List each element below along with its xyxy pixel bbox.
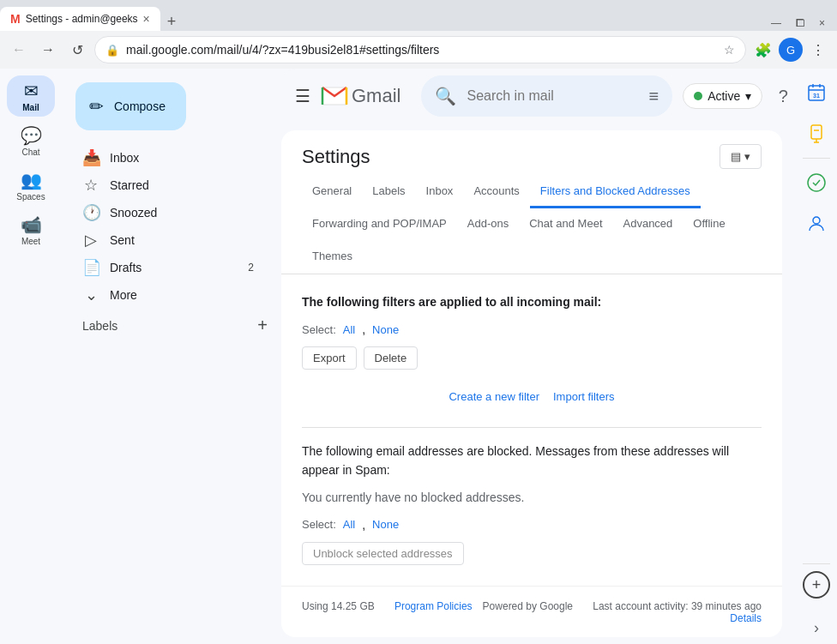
sidebar-item-mail[interactable]: ✉ Mail [7,75,55,117]
address-bar[interactable]: 🔒 mail.google.com/mail/u/4/?zx=419busi2e… [94,36,746,63]
status-chevron-icon: ▾ [745,89,751,103]
keep-icon [806,123,827,144]
refresh-button[interactable]: ↺ [65,38,89,62]
keep-icon-button[interactable] [799,117,834,151]
forward-button[interactable]: → [36,38,60,62]
starred-label: Starred [110,178,254,192]
footer-activity: Last account activity: 39 minutes ago De… [593,600,762,624]
svg-point-10 [813,217,820,224]
settings-tabs: General Labels Inbox Accounts Filters an… [281,176,782,274]
blocked-select-all-link[interactable]: All [343,518,355,531]
select-label: Select: [302,323,336,336]
select-none-link[interactable]: None [372,323,399,336]
spaces-nav-label: Spaces [16,192,45,202]
add-app-button[interactable]: + [803,571,830,599]
right-panel: 31 + [796,69,837,644]
hamburger-menu-button[interactable]: ☰ [295,79,310,113]
tab-accounts[interactable]: Accounts [463,176,529,208]
footer-links: Program Policies Powered by Google [394,600,573,624]
mail-nav-label: Mail [22,103,39,112]
gmail-m-logo [321,82,348,110]
sent-icon: ▷ [82,231,99,250]
tab-themes[interactable]: Themes [302,241,363,274]
new-tab-button[interactable]: + [160,13,184,31]
sidebar-item-more[interactable]: ⌄ More [62,281,268,309]
sidebar-item-snoozed[interactable]: 🕐 Snoozed [62,199,268,226]
chrome-profile-button[interactable]: G [779,38,803,62]
bookmark-icon[interactable]: ☆ [724,43,735,57]
select-all-link[interactable]: All [343,323,355,336]
drafts-count: 2 [248,262,254,274]
back-button[interactable]: ← [7,38,31,62]
sidebar-item-chat[interactable]: 💬 Chat [7,120,55,161]
sidebar-item-sent[interactable]: ▷ Sent [62,226,268,254]
program-policies-link[interactable]: Program Policies [394,600,473,624]
browser-tab-bar: M Settings - admin@geeks × + — ⧠ × [0,0,837,31]
blocked-addresses-section: The following email addresses are blocke… [302,442,762,565]
close-window-button[interactable]: × [814,15,830,31]
tab-addons[interactable]: Add-ons [457,208,519,241]
blocked-select-none-link[interactable]: None [372,518,399,531]
no-blocked-text: You currently have no blocked addresses. [302,491,762,504]
sidebar-item-spaces[interactable]: 👥 Spaces [7,165,55,206]
sidebar-item-meet[interactable]: 📹 Meet [7,209,55,250]
calendar-icon-button[interactable]: 31 [799,75,834,110]
chrome-menu-button[interactable]: ⋮ [806,38,830,62]
tab-forwarding-pop[interactable]: Forwarding and POP/IMAP [302,208,457,241]
browser-tab-active[interactable]: M Settings - admin@geeks × [0,7,160,31]
gmail-text-logo: Gmail [352,85,400,107]
calendar-icon: 31 [806,82,827,103]
blocked-select-separator: , [362,518,365,532]
labels-section-header[interactable]: Labels + [62,309,281,339]
sidebar-item-starred[interactable]: ☆ Starred [62,172,268,199]
unblock-button-container: Unblock selected addresses [302,542,762,565]
tab-filters-blocked[interactable]: Filters and Blocked Addresses [530,176,701,208]
status-pill[interactable]: Active ▾ [683,83,762,109]
gmail-header-right: Active ▾ ? ⚙ ⊞ G [683,79,796,113]
help-button[interactable]: ? [766,79,796,113]
add-label-button[interactable]: + [257,316,268,335]
svg-point-9 [808,174,825,191]
unblock-selected-button[interactable]: Unblock selected addresses [302,542,464,565]
tab-offline[interactable]: Offline [683,208,735,241]
right-panel-bottom-divider [803,563,830,564]
details-link[interactable]: Details [730,612,762,624]
tasks-icon-button[interactable] [799,166,834,200]
mail-icon: ✉ [24,81,39,101]
contacts-icon-button[interactable] [799,207,834,241]
right-panel-expand-icon[interactable]: › [814,619,819,637]
drafts-icon: 📄 [82,258,99,277]
more-chevron-icon: ⌄ [82,286,99,304]
filter-buttons: Export Delete [302,346,762,370]
tab-labels[interactable]: Labels [362,176,415,208]
tab-advanced[interactable]: Advanced [613,208,683,241]
extensions-icon[interactable]: 🧩 [751,38,775,62]
svg-rect-5 [811,125,822,139]
export-button[interactable]: Export [302,346,357,370]
minimize-button[interactable]: — [766,15,786,31]
tab-general[interactable]: General [302,176,362,208]
tab-close-button[interactable]: × [143,12,150,26]
compose-pencil-icon: ✏ [89,96,104,117]
settings-header: Settings ▤ ▾ [281,130,782,176]
import-filters-link[interactable]: Import filters [553,390,615,403]
search-tune-icon[interactable]: ≡ [648,87,659,106]
delete-button[interactable]: Delete [364,346,418,370]
gmail-search-bar[interactable]: 🔍 ≡ [421,75,672,117]
filter-select-actions: Select: All , None [302,322,762,336]
sidebar-item-inbox[interactable]: 📥 Inbox [62,144,268,172]
tab-inbox[interactable]: Inbox [416,176,464,208]
settings-view-button[interactable]: ▤ ▾ [720,144,762,169]
more-label: More [110,288,254,302]
tab-chat-meet[interactable]: Chat and Meet [519,208,612,241]
spaces-icon: 👥 [21,170,42,190]
compose-button[interactable]: ✏ Compose [75,82,186,130]
sidebar-item-drafts[interactable]: 📄 Drafts 2 [62,254,268,281]
view-chevron-icon: ▾ [744,150,750,163]
settings-content: Settings ▤ ▾ General Labels Inbox Accoun… [281,130,782,637]
maximize-button[interactable]: ⧠ [790,15,810,31]
inbox-label: Inbox [110,151,254,165]
create-filter-link[interactable]: Create a new filter [449,390,539,403]
section-divider [302,427,762,428]
search-input[interactable] [467,88,638,104]
